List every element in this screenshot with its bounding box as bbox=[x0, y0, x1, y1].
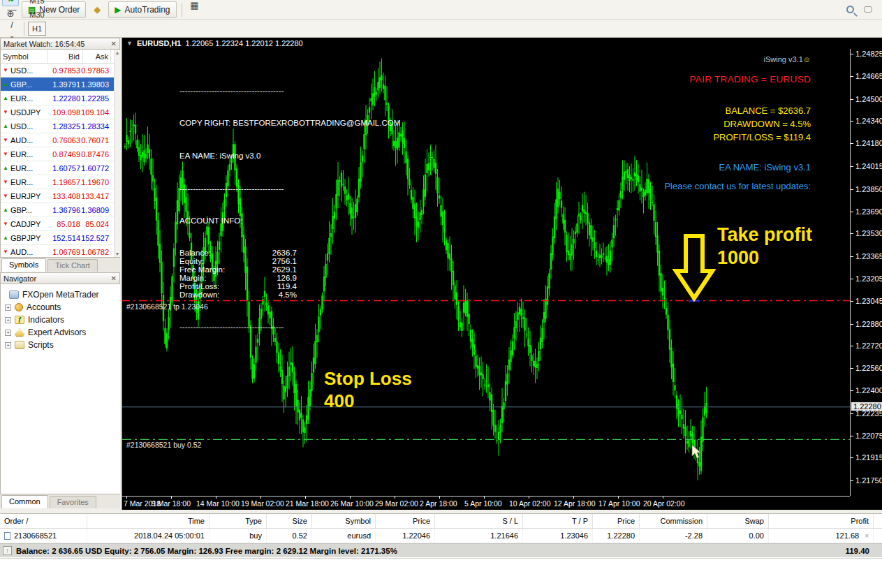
time-axis[interactable]: 7 Mar 20189 Mar 18:0014 Mar 10:0019 Mar … bbox=[122, 496, 850, 510]
expand-icon[interactable]: + bbox=[5, 304, 11, 311]
expand-icon[interactable]: + bbox=[5, 330, 11, 336]
terminal-col-7[interactable]: T / P bbox=[523, 514, 593, 528]
market-watch-row[interactable]: ▼EUR...0.874690.87476 bbox=[1, 147, 120, 161]
market-watch-row[interactable]: ▲EUR...1.607571.60772 bbox=[1, 161, 120, 175]
col-ask[interactable]: Ask bbox=[83, 50, 111, 63]
market-watch-row[interactable]: ▲USD...1.283251.28334 bbox=[1, 119, 120, 133]
timeframe-h1[interactable]: H1 bbox=[28, 22, 46, 36]
chevron-down-icon[interactable]: ▼ bbox=[126, 40, 133, 47]
market-watch-row[interactable]: ▼AUD...1.067691.06782 bbox=[1, 245, 120, 257]
order-cell-1: 2018.04.24 05:00:01 bbox=[87, 529, 210, 543]
price-tick: 1.24180 bbox=[851, 139, 882, 147]
terminal-header: Order /TimeTypeSizeSymbolPriceS / LT / P… bbox=[0, 514, 882, 529]
account-summary-bar: ↑ Balance: 2 636.65 USD Equity: 2 756.05… bbox=[0, 543, 882, 557]
terminal-col-6[interactable]: S / L bbox=[435, 514, 523, 528]
close-position-icon[interactable]: × bbox=[865, 532, 869, 540]
chart-symbol-period: EURUSD,H1 bbox=[137, 39, 182, 47]
time-tick: 21 Mar 18:00 bbox=[286, 499, 329, 508]
metaeditor-icon[interactable]: ◆ bbox=[89, 2, 105, 17]
autotrading-label: AutoTrading bbox=[125, 5, 170, 15]
account-info-title: ACCOUNT INFO: bbox=[179, 216, 400, 225]
time-tick: 17 Apr 10:00 bbox=[598, 499, 640, 508]
order-cell-11: 121.68× bbox=[769, 529, 874, 543]
market-watch-row[interactable]: ▲GBP...1.397911.39803 bbox=[1, 78, 120, 91]
indicators-icon: f bbox=[15, 316, 24, 324]
market-watch-scrollbar[interactable]: ▲▼ bbox=[114, 50, 120, 257]
navigator-item-fxopen-metatrader[interactable]: FXOpen MetaTrader bbox=[1, 288, 120, 301]
order-row[interactable]: 21306685212018.04.24 05:00:01buy0.52euru… bbox=[0, 529, 882, 543]
market-watch-row[interactable]: ▲EUR...1.222801.22285 bbox=[1, 91, 120, 105]
ea-name-text: EA NAME: iSwing v3.0 bbox=[179, 152, 400, 160]
market-watch-row[interactable]: ▼CADJPY85.01885.024 bbox=[1, 217, 120, 231]
navigator-item-indicators[interactable]: +fIndicators bbox=[1, 314, 120, 326]
market-watch-row[interactable]: ▼EURJPY133.408133.417 bbox=[1, 189, 120, 203]
navigator-item-expert-advisors[interactable]: +Expert Advisors bbox=[1, 326, 120, 339]
time-tick: 19 Mar 02:00 bbox=[241, 499, 284, 508]
terminal-col-10[interactable]: Swap bbox=[707, 514, 769, 528]
col-symbol[interactable]: Symbol bbox=[1, 50, 48, 63]
chart-window[interactable]: ▼ EURUSD,H1 1.22065 1.22324 1.22012 1.22… bbox=[122, 38, 882, 510]
tp-line-label: #2130668521 tp 1.23046 bbox=[126, 302, 208, 311]
terminal-col-1[interactable]: Time bbox=[87, 514, 210, 528]
down-arrow-icon: ▼ bbox=[3, 138, 8, 143]
tab-favorites[interactable]: Favorites bbox=[50, 496, 96, 508]
timeframe-m30[interactable]: M30 bbox=[28, 8, 46, 22]
tab-symbols[interactable]: Symbols bbox=[1, 258, 46, 272]
market-watch-row[interactable]: ▼AUD...0.760630.76071 bbox=[1, 133, 120, 147]
tile-windows-button[interactable]: ▦ bbox=[186, 0, 204, 13]
price-tick: 1.24340 bbox=[851, 117, 882, 125]
close-icon[interactable]: ✕ bbox=[111, 40, 117, 47]
smiley-icon: ☺ bbox=[803, 55, 811, 64]
navigator-panel: Navigator ✕ FXOpen MetaTrader+Accounts+f… bbox=[0, 272, 120, 508]
terminal-col-4[interactable]: Symbol bbox=[312, 514, 376, 528]
terminal-col-5[interactable]: Price bbox=[376, 514, 435, 528]
navigator-item-accounts[interactable]: +Accounts bbox=[1, 301, 120, 314]
trendline-tool[interactable]: / bbox=[3, 17, 20, 33]
tab-common[interactable]: Common bbox=[1, 495, 48, 508]
close-icon[interactable]: ✕ bbox=[111, 274, 117, 282]
expand-icon[interactable]: + bbox=[5, 342, 11, 348]
community-chat-icon[interactable] bbox=[864, 6, 872, 13]
autotrading-toggle[interactable]: ▶ AutoTrading bbox=[108, 1, 176, 18]
market-watch-row[interactable]: ▲GBPJPY152.514152.527 bbox=[1, 231, 120, 245]
col-bid[interactable]: Bid bbox=[48, 50, 83, 63]
buy-line-label: #2130668521 buy 0.52 bbox=[126, 441, 201, 449]
order-cell-6: 1.21646 bbox=[435, 529, 523, 543]
balance-label: BALANCE = $2636.7 bbox=[664, 105, 811, 116]
timeframe-m15[interactable]: M15 bbox=[28, 0, 46, 8]
time-tick: 14 Mar 10:00 bbox=[196, 499, 240, 508]
take-profit-annotation: Take profit 1000 bbox=[717, 223, 812, 270]
price-tick: 1.23045 bbox=[851, 297, 882, 305]
terminal-col-2[interactable]: Type bbox=[210, 514, 267, 528]
scripts-icon bbox=[15, 341, 24, 349]
down-arrow-icon: ▼ bbox=[3, 68, 8, 73]
order-cell-8: 1.22280 bbox=[593, 529, 640, 543]
price-tick: 1.23205 bbox=[851, 274, 882, 283]
terminal-col-9[interactable]: Commission bbox=[640, 514, 707, 528]
expand-icon[interactable]: + bbox=[5, 317, 11, 323]
autotrading-icon: ▶ bbox=[115, 5, 121, 15]
search-icon[interactable] bbox=[846, 6, 854, 13]
time-tick: 12 Apr 18:00 bbox=[554, 499, 596, 508]
expert-advisors-icon bbox=[15, 328, 24, 337]
up-arrow-icon: ▲ bbox=[3, 124, 8, 129]
market-watch-row[interactable]: ▲GBP...1.367961.36809 bbox=[1, 203, 120, 217]
up-arrow-icon: ▲ bbox=[3, 207, 8, 213]
tab-tick-chart[interactable]: Tick Chart bbox=[47, 259, 98, 272]
market-watch-row[interactable]: ▼EUR...1.196571.19670 bbox=[1, 175, 120, 189]
order-cell-0: 2130668521 bbox=[0, 529, 87, 543]
copyright-text: COPY RIGHT: BESTFOREXROBOTTRADING@GMAIL.… bbox=[179, 119, 400, 127]
terminal-col-8[interactable]: Price bbox=[593, 514, 640, 528]
time-tick: 20 Apr 02:00 bbox=[643, 499, 685, 508]
price-tick: 1.22075 bbox=[851, 432, 882, 440]
terminal-col-3[interactable]: Size bbox=[267, 514, 312, 528]
market-watch-row[interactable]: ▼USDJPY109.098109.104 bbox=[1, 105, 120, 119]
horizontal-line-tool[interactable]: — bbox=[3, 2, 20, 17]
chart-plot-area[interactable]: iSwing v3.1☺ ---------------------------… bbox=[122, 49, 850, 496]
deposit-icon: ↑ bbox=[3, 546, 12, 555]
market-watch-row[interactable]: ▼USD...0.978530.97863 bbox=[1, 64, 120, 78]
terminal-col-0[interactable]: Order / bbox=[0, 514, 87, 528]
navigator-item-scripts[interactable]: +Scripts bbox=[1, 339, 120, 351]
terminal-col-11[interactable]: Profit bbox=[769, 514, 874, 528]
price-axis[interactable]: 1.248251.246651.245001.243401.241801.240… bbox=[850, 49, 882, 496]
